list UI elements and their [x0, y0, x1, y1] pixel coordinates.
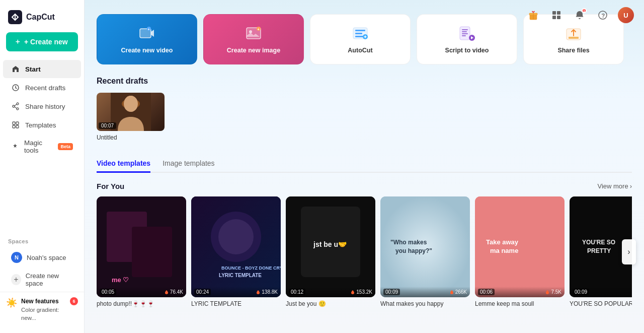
views-2: 153.2K — [350, 289, 372, 295]
help-icon-button[interactable]: ? — [595, 7, 611, 23]
template-card-2[interactable]: jst be u🤝 00:12 153.2K Just be you 🙂 — [286, 196, 375, 307]
svg-rect-12 — [552, 11, 556, 15]
main-content: 1 ? U + Create new video + — [85, 0, 644, 333]
tab-video-templates[interactable]: Video templates — [97, 155, 150, 173]
template-card-3[interactable]: "Who makes you happy?" 00:09 266K What m… — [380, 196, 470, 307]
share-history-label: Share history — [25, 103, 65, 110]
svg-rect-31 — [462, 29, 468, 30]
create-video-icon: + — [138, 25, 156, 43]
notification-badge: 1 — [582, 8, 587, 13]
svg-text:+: + — [258, 28, 260, 31]
svg-text:YOU'RE SO: YOU'RE SO — [582, 239, 615, 246]
feature-text: New features Color gradient: new... — [21, 297, 66, 322]
create-video-label: Create new video — [121, 47, 173, 54]
notification-bell-button[interactable]: 1 — [572, 7, 588, 23]
sidebar-item-magic-tools[interactable]: Magic tools Beta — [3, 135, 81, 159]
create-new-button[interactable]: ＋ + Create new — [6, 32, 78, 51]
create-new-video-card[interactable]: + Create new video — [97, 14, 197, 64]
topbar: 1 ? U — [515, 0, 644, 30]
svg-text:Take away: Take away — [486, 238, 519, 246]
autocut-icon — [351, 25, 369, 43]
template-meta-4: 00:06 7.5K — [475, 287, 565, 297]
duration-5: 00:09 — [573, 289, 589, 295]
svg-text:jst be u🤝: jst be u🤝 — [313, 240, 347, 249]
sidebar-item-share-history[interactable]: Share history — [3, 97, 81, 115]
view-more-link[interactable]: View more › — [597, 182, 632, 190]
svg-point-3 — [17, 103, 19, 105]
templates-scroll: me ♡ 00:05 76.4K photo dump!!🍷🍷🍷 — [97, 196, 632, 307]
template-thumb-1: BOUNCE - BOYZ DONE CRY LYRIC TEMPLATE 00… — [191, 196, 281, 297]
template-name-2: Just be you 🙂 — [286, 300, 375, 307]
svg-text:+: + — [148, 28, 150, 31]
template-meta-1: 00:24 138.8K — [191, 287, 281, 297]
duration-4: 00:06 — [478, 289, 495, 295]
template-card-1[interactable]: BOUNCE - BOYZ DONE CRY LYRIC TEMPLATE 00… — [191, 196, 281, 307]
svg-rect-28 — [355, 36, 364, 37]
template-name-5: YOU'RE SO POPULAR — [570, 300, 632, 307]
template-meta-3: 00:09 266K — [380, 287, 470, 297]
template-name-3: What makes you happy — [380, 300, 470, 307]
script-icon — [458, 25, 476, 43]
home-icon — [11, 64, 20, 74]
script-to-video-label: Script to video — [445, 47, 489, 54]
tab-image-templates[interactable]: Image templates — [163, 155, 215, 173]
svg-rect-44 — [132, 227, 172, 277]
svg-rect-27 — [355, 33, 362, 34]
views-3: 266K — [449, 289, 467, 295]
views-1: 138.8K — [256, 289, 278, 295]
template-name-4: Lemme keep ma soull — [475, 300, 565, 307]
grid-icon-button[interactable] — [548, 7, 565, 23]
template-card-0[interactable]: me ♡ 00:05 76.4K photo dump!!🍷🍷🍷 — [97, 196, 186, 307]
svg-text:you happy?": you happy?" — [395, 247, 432, 254]
template-visual-3: "Who makes you happy?" — [380, 196, 470, 297]
share-icon — [11, 102, 20, 111]
svg-text:LYRIC TEMPLATE: LYRIC TEMPLATE — [219, 273, 262, 278]
create-plus-icon: ＋ — [14, 37, 21, 46]
template-thumb-4: Take away ma name 00:06 7.5K — [475, 196, 565, 297]
magic-icon — [11, 142, 19, 151]
svg-rect-9 — [16, 125, 19, 128]
templates-label: Templates — [25, 121, 56, 129]
fire-icon-0 — [164, 290, 169, 295]
sidebar-item-start[interactable]: Start — [3, 60, 81, 78]
svg-text:ma name: ma name — [490, 247, 518, 254]
create-new-image-card[interactable]: + Create new image — [203, 14, 304, 64]
sun-icon: ☀️ — [6, 297, 17, 308]
svg-point-41 — [124, 96, 138, 112]
draft-item[interactable]: 00:07 Untitled — [97, 93, 165, 141]
scroll-right-arrow[interactable]: › — [622, 239, 636, 264]
feature-title: New features — [21, 298, 59, 305]
svg-point-5 — [13, 105, 15, 107]
for-you-title: For You — [97, 182, 124, 190]
sidebar-item-recent-drafts[interactable]: Recent drafts — [3, 79, 81, 97]
magic-tools-label: Magic tools — [24, 139, 51, 154]
template-thumb-3: "Who makes you happy?" 00:09 266K — [380, 196, 470, 297]
template-visual-1: BOUNCE - BOYZ DONE CRY LYRIC TEMPLATE — [191, 196, 281, 297]
autocut-card[interactable]: AutoCut — [310, 14, 411, 64]
clock-icon — [11, 83, 20, 92]
svg-rect-59 — [475, 196, 565, 297]
sidebar-item-templates[interactable]: Templates — [3, 116, 81, 134]
logo[interactable]: CapCut — [0, 6, 84, 32]
template-card-4[interactable]: Take away ma name 00:06 7.5K Lemme keep … — [475, 196, 565, 307]
new-features-banner[interactable]: ☀️ New features Color gradient: new... 6 — [0, 292, 84, 327]
template-meta-0: 00:05 76.4K — [97, 287, 186, 297]
recent-drafts-label: Recent drafts — [25, 84, 65, 92]
template-thumb-0: me ♡ 00:05 76.4K — [97, 196, 186, 297]
noahs-space-item[interactable]: N Noah's space — [3, 248, 81, 267]
template-thumb-2: jst be u🤝 00:12 153.2K — [286, 196, 375, 297]
fire-icon-1 — [256, 290, 261, 295]
gift-icon-button[interactable] — [525, 7, 541, 23]
template-meta-2: 00:12 153.2K — [286, 287, 375, 297]
template-name-1: LYRIC TEMPLATE — [191, 300, 281, 307]
chevron-right-icon: › — [630, 182, 632, 190]
capcut-logo-icon — [8, 10, 22, 24]
autocut-label: AutoCut — [348, 47, 372, 54]
duration-2: 00:12 — [289, 289, 305, 295]
user-avatar[interactable]: U — [618, 7, 634, 23]
script-to-video-card[interactable]: Script to video — [417, 14, 517, 64]
template-name-0: photo dump!!🍷🍷🍷 — [97, 300, 186, 307]
duration-1: 00:24 — [194, 289, 211, 295]
spaces-section-label: Spaces — [0, 232, 84, 247]
create-new-space-item[interactable]: + Create new space — [3, 268, 81, 291]
